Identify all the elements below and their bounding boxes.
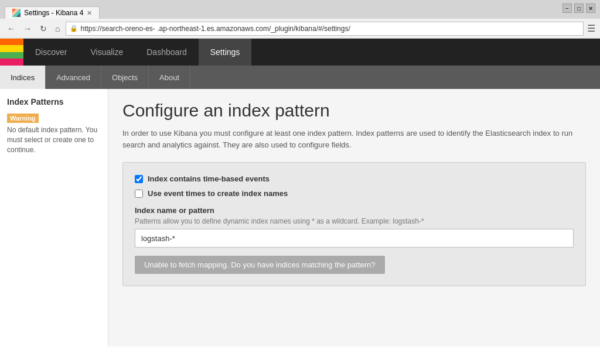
warning-badge: Warning — [7, 114, 39, 123]
maximize-btn[interactable]: □ — [574, 4, 584, 13]
index-name-section: Index name or pattern Patterns allow you… — [135, 206, 574, 248]
event-times-checkbox[interactable] — [135, 190, 143, 198]
warning-section: Warning No default index pattern. You mu… — [7, 112, 101, 154]
subnav-item-about[interactable]: About — [149, 66, 190, 89]
url-box[interactable]: 🔒 https://search-oreno-es- .ap-northeast… — [66, 22, 584, 36]
tab-favicon — [12, 9, 21, 17]
subnav-item-objects[interactable]: Objects — [101, 66, 149, 89]
address-bar: ← → ↻ ⌂ 🔒 https://search-oreno-es- .ap-n… — [0, 19, 600, 39]
main-content: Configure an index pattern In order to u… — [108, 89, 600, 346]
browser-tab[interactable]: Settings - Kibana 4 ✕ — [5, 6, 100, 19]
nav-item-dashboard[interactable]: Dashboard — [135, 39, 199, 66]
forward-btn[interactable]: → — [21, 23, 34, 35]
warning-text: No default index pattern. You must selec… — [7, 125, 101, 154]
nav-item-visualize[interactable]: Visualize — [79, 39, 135, 66]
window-chrome: Settings - Kibana 4 ✕ − □ ✕ — [0, 0, 600, 19]
nav-items: Discover Visualize Dashboard Settings — [23, 39, 251, 66]
url-text: https://search-oreno-es- .ap-northeast-1… — [80, 25, 350, 33]
subnav-item-indices[interactable]: Indices — [0, 66, 46, 89]
checkbox-time-based-row: Index contains time-based events — [135, 174, 574, 183]
kibana-logo — [0, 39, 23, 66]
page-title: Configure an index pattern — [122, 101, 586, 121]
event-times-label: Use event times to create index names — [148, 189, 288, 198]
subnav-item-advanced[interactable]: Advanced — [46, 66, 101, 89]
index-pattern-input[interactable] — [135, 229, 574, 248]
reload-btn[interactable]: ↻ — [38, 23, 49, 35]
home-btn[interactable]: ⌂ — [53, 23, 62, 35]
index-field-hint: Patterns allow you to define dynamic ind… — [135, 217, 574, 225]
content-area: Index Patterns Warning No default index … — [0, 89, 600, 346]
nav-item-discover[interactable]: Discover — [23, 39, 79, 66]
sidebar-title: Index Patterns — [7, 97, 101, 107]
checkbox-event-times-row: Use event times to create index names — [135, 189, 574, 198]
time-based-label: Index contains time-based events — [148, 174, 270, 183]
tab-close-btn[interactable]: ✕ — [87, 9, 92, 17]
minimize-btn[interactable]: − — [562, 4, 572, 13]
ssl-lock-icon: 🔒 — [70, 25, 78, 32]
close-btn[interactable]: ✕ — [586, 4, 595, 13]
tab-title: Settings - Kibana 4 — [24, 9, 83, 17]
main-nav: Discover Visualize Dashboard Settings — [0, 39, 600, 66]
sidebar: Index Patterns Warning No default index … — [0, 89, 108, 346]
browser-menu-btn[interactable]: ☰ — [587, 23, 595, 34]
time-based-checkbox[interactable] — [135, 175, 143, 183]
index-field-label: Index name or pattern — [135, 206, 574, 215]
sub-nav: Indices Advanced Objects About — [0, 66, 600, 89]
form-panel: Index contains time-based events Use eve… — [122, 162, 586, 286]
page-description: In order to use Kibana you must configur… — [122, 128, 586, 150]
nav-item-settings[interactable]: Settings — [199, 39, 252, 66]
back-btn[interactable]: ← — [5, 23, 18, 35]
fetch-mapping-btn[interactable]: Unable to fetch mapping. Do you have ind… — [135, 256, 385, 274]
